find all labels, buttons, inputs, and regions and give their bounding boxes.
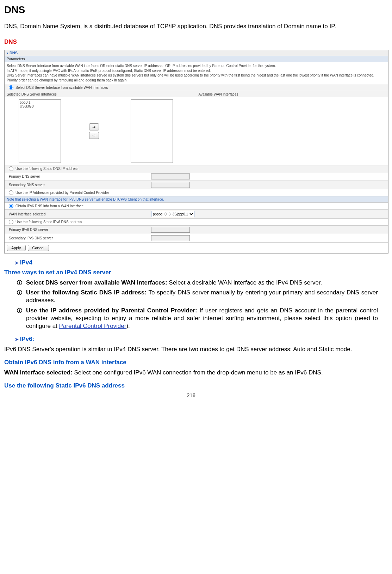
- desc-line: Select DNS Server Interface from availab…: [7, 64, 276, 68]
- label-parental: Use the IP Addresses provided by Parenta…: [15, 191, 109, 195]
- li3-bold: Use the IP address provided by Parental …: [26, 307, 197, 314]
- apply-button[interactable]: Apply: [7, 245, 26, 251]
- panel-description: Select DNS Server Interface from availab…: [5, 62, 388, 84]
- radio-static-dns[interactable]: [9, 166, 13, 171]
- desc-line: In ATM mode, if only a single PVC with I…: [7, 69, 211, 73]
- row-static-ipv6: Use the following Static IPv6 DNS addres…: [5, 218, 388, 225]
- row-select-wan: Select DNS Server Interface from availab…: [5, 84, 388, 91]
- selected-interfaces-header: Selected DNS Server Interfaces: [5, 91, 197, 97]
- section-dns-heading: DNS: [4, 38, 378, 45]
- li3-text-b: ).: [126, 323, 130, 329]
- desc-line: Priority order can be changed by removin…: [7, 78, 127, 82]
- label-obtain-ipv6: Obtain IPv6 DNS info from a WAN interfac…: [15, 204, 83, 208]
- row-static-dns: Use the following Static DNS IP address: [5, 165, 388, 172]
- row-secondary-dns: Secondary DNS server: [5, 181, 388, 189]
- ipv6-heading: IPv6:: [15, 336, 378, 343]
- label-static-dns: Use the following Static DNS IP address: [15, 167, 78, 171]
- row-parental: Use the IP Addresses provided by Parenta…: [5, 189, 388, 196]
- button-row: Apply Cancel: [5, 242, 388, 253]
- row-secondary-ipv6: Secondary IPv6 DNS server: [5, 234, 388, 242]
- wan-interface-select[interactable]: pppoe_0_8_35/ppp0.1: [151, 211, 194, 217]
- panel-title[interactable]: DNS: [5, 50, 388, 56]
- secondary-ipv6-input[interactable]: [151, 235, 190, 241]
- page-number: 218: [4, 392, 378, 398]
- primary-dns-input[interactable]: [151, 173, 190, 179]
- move-right-button[interactable]: ->: [89, 123, 99, 130]
- label-primary-ipv6: Primary IPv6 DNS server: [7, 228, 148, 232]
- li2-bold: User the following Static DNS IP address…: [26, 289, 147, 296]
- desc-line: DNS Server Interfaces can have multiple …: [7, 73, 374, 77]
- label-secondary-dns: Secondary DNS server: [7, 183, 148, 187]
- radio-static-ipv6[interactable]: [9, 220, 13, 224]
- cancel-button[interactable]: Cancel: [28, 245, 49, 251]
- wan-sel-bold: WAN Interface selected:: [4, 369, 73, 376]
- list-item: User the following Static DNS IP address…: [17, 289, 378, 304]
- list-item: Select DNS server from available WAN int…: [17, 279, 378, 287]
- row-primary-dns: Primary DNS server: [5, 172, 388, 181]
- label-static-ipv6: Use the following Static IPv6 DNS addres…: [15, 220, 82, 224]
- primary-ipv6-input[interactable]: [151, 227, 190, 233]
- page-title: DNS: [4, 4, 378, 16]
- list-item[interactable]: USB3G0: [20, 104, 60, 108]
- parameters-header: Parameters: [5, 56, 388, 62]
- wan-selected-paragraph: WAN Interface selected: Select one confi…: [4, 369, 378, 377]
- info-list: Select DNS server from available WAN int…: [4, 279, 378, 330]
- label-primary-dns: Primary DNS server: [7, 175, 148, 178]
- list-item: Use the IP address provided by Parental …: [17, 307, 378, 330]
- radio-select-wan[interactable]: [9, 85, 13, 90]
- label-wan-selected: WAN Interface selected: [7, 212, 148, 216]
- interface-picker: ppp0.1 USB3G0 -> <-: [5, 97, 388, 165]
- dns-config-panel: DNS Parameters Select DNS Server Interfa…: [4, 50, 388, 254]
- row-primary-ipv6: Primary IPv6 DNS server: [5, 225, 388, 234]
- selected-interfaces-listbox[interactable]: ppp0.1 USB3G0: [19, 99, 61, 163]
- li1-text: Select a desirable WAN interface as the …: [167, 279, 322, 286]
- radio-parental[interactable]: [9, 190, 13, 195]
- list-item[interactable]: ppp0.1: [20, 100, 60, 104]
- row-wan-select: WAN Interface selected pppoe_0_8_35/ppp0…: [5, 209, 388, 218]
- secondary-dns-input[interactable]: [151, 182, 190, 188]
- radio-obtain-ipv6[interactable]: [9, 204, 13, 208]
- wan-sel-text: Select one configured IPv6 WAN connectio…: [73, 369, 323, 376]
- parental-control-link[interactable]: Parental Control Provider: [59, 323, 126, 329]
- available-interfaces-header: Available WAN Interfaces: [197, 91, 388, 97]
- ipv6-note: Note that selecting a WAN interface for …: [5, 196, 388, 202]
- static-ipv6-heading: Use the following Static IPv6 DNS addres…: [4, 382, 378, 389]
- label-select-wan: Select DNS Server Interface from availab…: [15, 86, 108, 90]
- row-obtain-ipv6: Obtain IPv6 DNS info from a WAN interfac…: [5, 202, 388, 209]
- available-interfaces-listbox[interactable]: [131, 99, 173, 163]
- ipv6-paragraph: IPv6 DNS Server's operation is similar t…: [4, 346, 378, 353]
- move-left-button[interactable]: <-: [89, 132, 99, 139]
- three-ways-heading: Three ways to set an IPv4 DNS server: [4, 269, 378, 276]
- intro-text: DNS, Domain Name System, is a distribute…: [4, 23, 378, 30]
- label-secondary-ipv6: Secondary IPv6 DNS server: [7, 236, 148, 240]
- obtain-ipv6-heading: Obtain IPv6 DNS info from a WAN interfac…: [4, 359, 378, 366]
- ipv4-heading: IPv4: [15, 259, 378, 266]
- li1-bold: Select DNS server from available WAN int…: [26, 279, 167, 286]
